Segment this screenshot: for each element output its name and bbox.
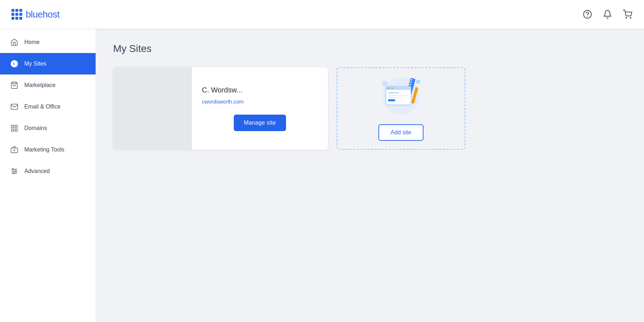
svg-rect-7 — [15, 125, 17, 128]
sidebar-label-home: Home — [24, 39, 40, 45]
sidebar-item-my-sites[interactable]: My Sites — [0, 53, 96, 75]
advanced-icon — [10, 167, 19, 176]
sidebar-label-domains: Domains — [24, 125, 47, 131]
svg-point-16 — [13, 169, 14, 170]
sidebar-label-marketing-tools: Marketing Tools — [24, 146, 64, 153]
sidebar-item-marketplace[interactable]: Marketplace — [0, 75, 96, 96]
logo[interactable]: bluehost — [11, 9, 59, 20]
header: bluehost — [0, 0, 644, 29]
email-icon — [10, 102, 19, 111]
manage-site-button[interactable]: Manage site — [234, 115, 286, 131]
sidebar-item-email-office[interactable]: Email & Office — [0, 96, 96, 117]
sites-grid: C. Wordsw... cwordsworth.com Manage site — [113, 67, 627, 150]
sidebar-item-domains[interactable]: Domains — [0, 117, 96, 139]
site-name: C. Wordsw... — [202, 86, 318, 94]
sidebar-item-marketing-tools[interactable]: Marketing Tools — [0, 139, 96, 160]
marketing-icon — [10, 145, 19, 154]
add-site-button[interactable]: Add site — [378, 124, 423, 141]
sidebar: Home My Sites Marketplace — [0, 29, 96, 322]
svg-point-32 — [392, 87, 393, 89]
svg-rect-34 — [388, 95, 407, 96]
svg-point-18 — [13, 173, 14, 174]
svg-point-2 — [626, 18, 627, 18]
sidebar-label-marketplace: Marketplace — [24, 82, 55, 88]
svg-point-31 — [389, 87, 391, 89]
sidebar-label-advanced: Advanced — [24, 168, 50, 174]
site-preview-thumbnail — [113, 67, 192, 150]
sidebar-item-home[interactable]: Home — [0, 32, 96, 53]
svg-point-20 — [382, 81, 388, 86]
svg-rect-36 — [388, 99, 395, 101]
help-icon[interactable] — [582, 9, 592, 19]
home-icon — [10, 38, 19, 47]
logo-text: bluehost — [26, 9, 59, 20]
sidebar-label-email-office: Email & Office — [24, 104, 60, 110]
main-content: My Sites C. Wordsw... cwordsworth.com Ma… — [96, 29, 644, 322]
svg-rect-9 — [15, 129, 17, 131]
notification-icon[interactable] — [602, 9, 612, 19]
add-site-illustration — [376, 76, 426, 116]
sidebar-label-my-sites: My Sites — [24, 61, 46, 67]
site-card-info: C. Wordsw... cwordsworth.com Manage site — [192, 67, 328, 150]
domains-icon — [10, 124, 19, 133]
wordpress-icon — [10, 59, 19, 68]
svg-point-3 — [630, 18, 631, 18]
svg-rect-8 — [11, 129, 14, 131]
svg-point-30 — [387, 87, 389, 89]
logo-grid-icon — [11, 9, 22, 20]
page-title: My Sites — [113, 43, 627, 54]
cart-icon[interactable] — [623, 9, 633, 19]
header-icons — [582, 9, 633, 19]
add-site-card[interactable]: Add site — [336, 67, 465, 150]
svg-point-17 — [15, 170, 16, 172]
bag-icon — [10, 81, 19, 90]
svg-rect-6 — [11, 125, 14, 128]
svg-rect-33 — [388, 92, 399, 93]
svg-rect-35 — [388, 97, 404, 98]
svg-point-21 — [416, 80, 420, 84]
sidebar-item-advanced[interactable]: Advanced — [0, 160, 96, 182]
site-url[interactable]: cwordsworth.com — [202, 98, 318, 105]
site-card: C. Wordsw... cwordsworth.com Manage site — [113, 67, 328, 150]
layout: Home My Sites Marketplace — [0, 29, 644, 322]
